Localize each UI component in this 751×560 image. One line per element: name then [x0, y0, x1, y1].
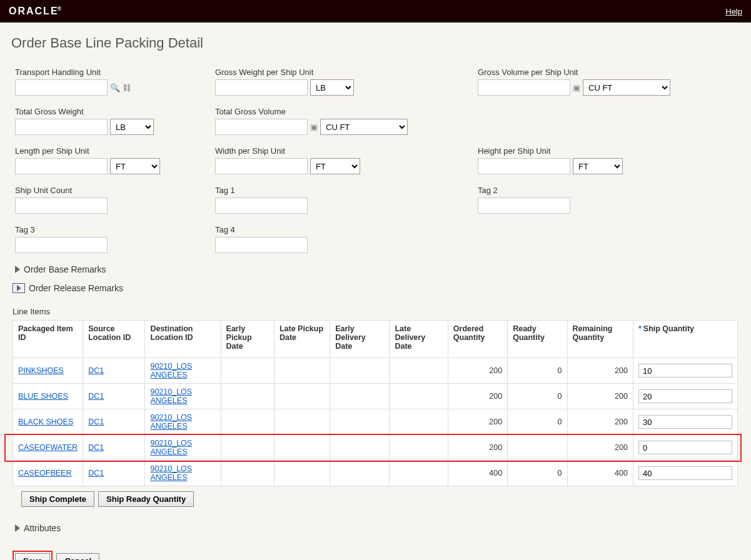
packaged-item-link[interactable]: CASEOFWATER: [18, 443, 78, 452]
tag2-input[interactable]: [478, 198, 570, 214]
field-tag4: Tag 4: [215, 225, 478, 253]
cell-ordered-qty: 200: [448, 358, 507, 384]
tag1-input[interactable]: [215, 198, 308, 214]
tag3-input[interactable]: [15, 237, 108, 253]
cell-early-delivery: [330, 358, 390, 384]
source-location-link[interactable]: DC1: [88, 366, 104, 375]
brand-logo: ORACLE®: [9, 6, 61, 17]
tag4-input[interactable]: [215, 237, 308, 253]
thu-input[interactable]: [15, 79, 108, 96]
cell-early-pickup: [221, 461, 274, 486]
cell-ready-qty: [508, 435, 567, 461]
dest-location-link[interactable]: 90210_LOS ANGELES: [150, 362, 192, 379]
gvpsu-input[interactable]: [478, 79, 570, 96]
col-early-pickup[interactable]: Early Pickup Date: [221, 321, 274, 358]
col-remaining-qty[interactable]: Remaining Quantity: [567, 321, 633, 358]
col-late-delivery[interactable]: Late Delivery Date: [390, 321, 448, 358]
dest-location-link[interactable]: 90210_LOS ANGELES: [150, 439, 192, 456]
col-ship-qty[interactable]: *Ship Quantity: [633, 321, 737, 358]
tgv-unit-select[interactable]: CU FT: [320, 119, 408, 135]
cube-icon[interactable]: ▣: [310, 122, 318, 132]
wpsu-input[interactable]: [215, 158, 308, 174]
gvpsu-unit-select[interactable]: CU FT: [583, 79, 670, 96]
ship-qty-input[interactable]: [638, 466, 732, 480]
search-icon[interactable]: 🔍: [110, 83, 120, 92]
cell-ready-qty: 0: [508, 384, 567, 409]
cancel-button[interactable]: Cancel: [56, 553, 99, 560]
ship-qty-input[interactable]: [638, 441, 732, 454]
gwpsu-unit-select[interactable]: LB: [310, 79, 354, 96]
packaged-item-link[interactable]: CASEOFBEER: [18, 469, 71, 478]
source-location-link[interactable]: DC1: [88, 392, 104, 401]
col-packaged-item-id[interactable]: Packaged Item ID: [13, 321, 83, 358]
thu-label: Transport Handling Unit: [15, 68, 215, 77]
wpsu-unit-select[interactable]: FT: [310, 158, 360, 174]
cell-ready-qty: 0: [508, 409, 567, 435]
cell-remaining-qty: 200: [567, 435, 633, 461]
col-early-delivery[interactable]: Early Delivery Date: [330, 321, 390, 358]
tgw-unit-select[interactable]: LB: [110, 119, 154, 135]
topbar: ORACLE® Help: [0, 0, 751, 22]
lpsu-label: Length per Ship Unit: [15, 146, 215, 156]
save-highlight-indicator: Save: [13, 551, 53, 560]
order-release-remarks-label: Order Release Remarks: [29, 283, 123, 293]
help-link[interactable]: Help: [725, 7, 742, 16]
tgw-input[interactable]: [15, 119, 108, 135]
field-gross-volume-per-su: Gross Volume per Ship Unit ▣ CU FT: [478, 68, 740, 96]
section-order-base-remarks[interactable]: Order Base Remarks: [15, 264, 740, 274]
col-ready-qty[interactable]: Ready Quantity: [508, 321, 567, 358]
source-location-link[interactable]: DC1: [88, 443, 104, 452]
cell-late-pickup: [274, 461, 330, 486]
hpsu-unit-select[interactable]: FT: [573, 158, 623, 174]
field-length-per-su: Length per Ship Unit FT: [15, 146, 215, 174]
col-late-pickup[interactable]: Late Pickup Date: [274, 321, 330, 358]
suc-label: Ship Unit Count: [15, 186, 215, 195]
line-items-table: Packaged Item ID Source Location ID Dest…: [13, 320, 738, 486]
dest-location-link[interactable]: 90210_LOS ANGELES: [150, 464, 192, 482]
lpsu-input[interactable]: [15, 158, 108, 174]
cell-ordered-qty: 200: [448, 384, 507, 409]
cell-late-pickup: [274, 358, 330, 384]
gwpsu-label: Gross Weight per Ship Unit: [215, 68, 478, 77]
suc-input[interactable]: [15, 198, 108, 214]
ship-ready-qty-button[interactable]: Ship Ready Quantity: [98, 491, 194, 507]
cell-late-delivery: [390, 358, 448, 384]
col-dest-location[interactable]: Destination Location ID: [145, 321, 221, 358]
ship-qty-input[interactable]: [638, 415, 732, 429]
line-items-label: Line Items: [13, 307, 740, 316]
field-gross-weight-per-su: Gross Weight per Ship Unit LB: [215, 68, 478, 96]
cell-early-delivery: [330, 409, 390, 435]
cell-ready-qty: 0: [508, 461, 567, 486]
cell-ordered-qty: 200: [448, 435, 507, 461]
col-source-location[interactable]: Source Location ID: [83, 321, 145, 358]
field-total-gross-weight: Total Gross Weight LB: [15, 107, 215, 135]
table-header-row: Packaged Item ID Source Location ID Dest…: [13, 321, 738, 358]
packaged-item-link[interactable]: BLUE SHOES: [18, 392, 68, 401]
hpsu-input[interactable]: [478, 158, 570, 174]
section-order-release-remarks[interactable]: Order Release Remarks: [13, 283, 740, 293]
source-location-link[interactable]: DC1: [88, 418, 104, 426]
link-icon[interactable]: ⛓: [123, 83, 131, 92]
hpsu-label: Height per Ship Unit: [478, 146, 740, 156]
packaged-item-link[interactable]: BLACK SHOES: [18, 418, 73, 426]
col-ordered-qty[interactable]: Ordered Quantity: [448, 321, 507, 358]
ship-qty-input[interactable]: [638, 389, 732, 403]
cube-icon[interactable]: ▣: [573, 83, 580, 92]
tag1-label: Tag 1: [215, 186, 478, 195]
dest-location-link[interactable]: 90210_LOS ANGELES: [150, 413, 192, 431]
cell-late-pickup: [274, 384, 330, 409]
field-height-per-su: Height per Ship Unit FT: [478, 146, 740, 174]
field-tag2: Tag 2: [478, 186, 740, 214]
save-button[interactable]: Save: [15, 553, 50, 560]
tgv-input[interactable]: [215, 119, 308, 135]
gwpsu-input[interactable]: [215, 79, 308, 96]
table-row: BLUE SHOESDC190210_LOS ANGELES2000200: [13, 384, 738, 409]
lpsu-unit-select[interactable]: FT: [110, 158, 160, 174]
ship-complete-button[interactable]: Ship Complete: [21, 491, 94, 507]
source-location-link[interactable]: DC1: [88, 469, 104, 478]
packaged-item-link[interactable]: PINKSHOES: [18, 366, 64, 375]
dest-location-link[interactable]: 90210_LOS ANGELES: [150, 388, 192, 405]
cell-early-delivery: [330, 461, 390, 486]
section-attributes[interactable]: Attributes: [15, 523, 740, 533]
ship-qty-input[interactable]: [638, 364, 732, 378]
